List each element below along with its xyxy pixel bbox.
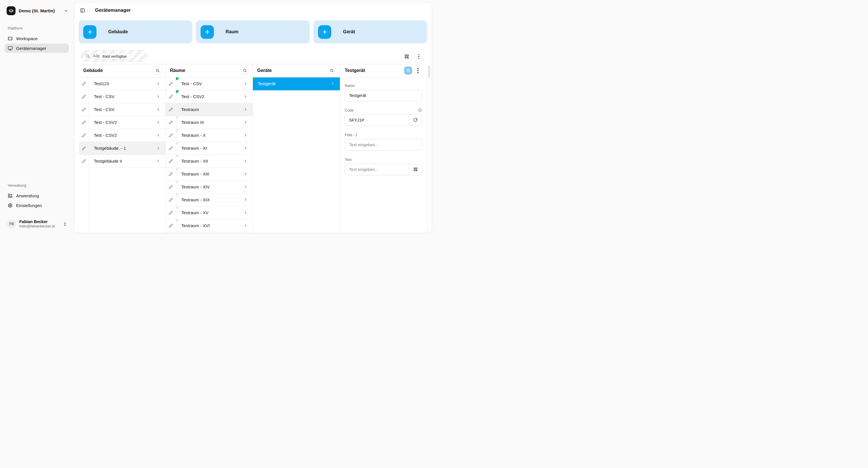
pencil-icon (169, 121, 173, 125)
more-options-button[interactable] (414, 51, 424, 62)
pencil-icon (82, 159, 86, 163)
column-search-button[interactable] (328, 67, 336, 74)
qr-code-button[interactable] (402, 51, 412, 62)
status-marker (176, 129, 179, 132)
edit-row-button[interactable] (166, 142, 176, 155)
pencil-icon (169, 198, 173, 202)
detail-title: Testgerät (345, 68, 365, 73)
edit-row-button[interactable] (166, 194, 176, 206)
add-room-button[interactable]: Raum (196, 20, 310, 43)
device-list: Testgerät (253, 77, 340, 90)
global-search-input[interactable]: Alles durchsuchen... Bald verfügbar (81, 50, 147, 62)
detail-more-options-button[interactable] (414, 67, 422, 74)
table-row[interactable]: Testraum - XIV (166, 181, 253, 194)
table-row[interactable]: Test - CSV (79, 103, 165, 116)
table-row-selected[interactable]: Testgerät (253, 77, 340, 90)
add-device-button[interactable]: Gerät (313, 20, 427, 43)
sidebar-item-application[interactable]: Anwendung (5, 191, 69, 200)
table-row[interactable]: Testraum III (166, 116, 253, 129)
table-row[interactable]: Test - CSV (79, 90, 165, 103)
scan-qr-button[interactable] (409, 164, 422, 175)
edit-row-button[interactable] (79, 116, 88, 129)
sidebar-toggle-icon[interactable] (80, 8, 85, 13)
search-icon (243, 69, 247, 72)
edit-row-button[interactable] (166, 129, 176, 142)
table-row[interactable]: Test - CSV2 (166, 90, 253, 103)
table-row[interactable]: Testraum - XIX (166, 194, 253, 206)
edit-row-button[interactable] (166, 181, 176, 193)
table-row[interactable]: Test123 (79, 77, 165, 90)
plus-icon (200, 25, 214, 39)
column-buildings: Gebäude Test123 Test - CSV (79, 64, 166, 233)
table-row[interactable]: Test - CSV (166, 77, 253, 90)
plus-icon (83, 25, 96, 39)
org-switcher[interactable]: Demo (St. Martin) (0, 0, 74, 15)
scrollbar[interactable] (428, 66, 430, 78)
table-row[interactable]: Test - CSV2 (79, 129, 165, 142)
sidebar-item-device-manager[interactable]: Gerätemanager (5, 43, 69, 53)
pencil-icon (82, 95, 86, 99)
status-marker (176, 77, 179, 80)
sidebar-item-label: Workspace (16, 36, 38, 41)
table-row[interactable]: Testgebäude II (79, 155, 165, 168)
user-menu[interactable]: FB Fabian Becker hallo@fabianbecker.at (5, 218, 69, 231)
add-building-button[interactable]: Gebäude (79, 20, 192, 43)
status-marker (176, 206, 179, 209)
edit-row-button[interactable] (79, 155, 88, 167)
column-search-button[interactable] (154, 67, 161, 74)
table-row[interactable]: Testraum (166, 103, 253, 116)
sidebar-item-settings[interactable]: Einstellungen (5, 201, 69, 210)
chevron-right-icon (156, 155, 165, 167)
regenerate-code-button[interactable] (409, 115, 422, 126)
field-label-test: Test (345, 158, 352, 162)
table-row[interactable]: Testraum - XV (166, 206, 253, 220)
refresh-icon (413, 118, 417, 122)
edit-row-button[interactable] (79, 142, 88, 155)
chevron-right-icon (243, 90, 253, 103)
main-header: Gerätemanager (74, 2, 432, 19)
pencil-icon (169, 159, 173, 163)
table-row[interactable]: Testraum - X (166, 129, 253, 142)
edit-row-button[interactable] (166, 77, 176, 90)
chevron-right-icon (156, 116, 165, 129)
avatar: FB (7, 220, 16, 229)
sidebar-item-workspace[interactable]: Workspace (5, 34, 69, 43)
save-button[interactable] (404, 67, 412, 74)
table-row[interactable]: Testgebäude. - 1 (79, 142, 165, 155)
chevron-right-icon (156, 77, 165, 90)
pencil-icon (169, 172, 173, 176)
chevron-right-icon (243, 220, 253, 232)
row-label: Test - CSV2 (94, 133, 117, 138)
edit-row-button[interactable] (166, 116, 176, 129)
edit-row-button[interactable] (166, 206, 176, 219)
edit-row-button[interactable] (166, 155, 176, 167)
name-field-wrap (345, 90, 422, 101)
chevron-right-icon (156, 103, 165, 116)
edit-row-button[interactable] (166, 103, 176, 116)
edit-row-button[interactable] (166, 168, 176, 180)
pencil-icon (169, 95, 173, 99)
search-icon (156, 69, 160, 72)
status-marker (176, 142, 179, 145)
test-input[interactable] (345, 164, 409, 175)
chevron-down-icon[interactable] (64, 9, 68, 13)
name-input[interactable] (345, 90, 422, 101)
edit-row-button[interactable] (166, 220, 176, 232)
edit-row-button[interactable] (166, 90, 176, 103)
edit-row-button[interactable] (79, 77, 88, 90)
table-row[interactable]: Testraum - XIII (166, 168, 253, 181)
table-row[interactable]: Test - CSV2 (79, 116, 165, 129)
column-search-button[interactable] (241, 67, 249, 74)
search-icon (86, 54, 90, 58)
table-row[interactable]: Testraum - XVI (166, 220, 253, 232)
table-row[interactable]: Testraum - XI (166, 142, 253, 155)
edit-row-button[interactable] (79, 103, 88, 116)
table-row[interactable]: Testraum - XII (166, 155, 253, 168)
search-icon (330, 69, 334, 72)
pencil-icon (169, 146, 173, 150)
edit-row-button[interactable] (79, 90, 88, 103)
code-input[interactable] (345, 115, 409, 126)
feld1-input[interactable] (345, 139, 422, 150)
row-label: Testraum - XIX (181, 197, 210, 202)
edit-row-button[interactable] (79, 129, 88, 142)
